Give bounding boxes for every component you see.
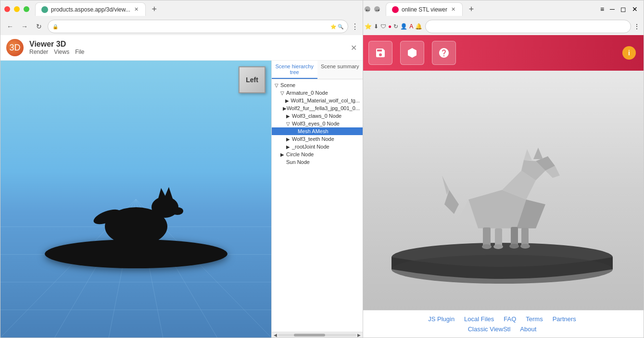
- active-tab[interactable]: products.aspose.app/3d/view... ✕: [35, 2, 146, 16]
- menu-render[interactable]: Render: [29, 49, 48, 55]
- forward-button[interactable]: →: [19, 21, 30, 32]
- right-forward-nav[interactable]: →: [374, 6, 380, 12]
- tree-node-circle[interactable]: ▶ Circle Node: [272, 150, 363, 158]
- svg-rect-36: [521, 228, 529, 246]
- right-back-nav[interactable]: ←: [365, 6, 370, 12]
- tree-label: Wolf3_teeth Node: [292, 136, 334, 142]
- tab-favicon: [41, 6, 48, 13]
- stl-save-button[interactable]: [368, 41, 392, 65]
- close-app-button[interactable]: ✕: [351, 43, 357, 52]
- window-controls: [4, 6, 29, 12]
- tree-arrow: ▽: [280, 90, 286, 96]
- box-icon: [406, 47, 418, 59]
- 3d-viewport[interactable]: Left: [0, 61, 271, 338]
- svg-rect-16: [126, 243, 132, 258]
- tree-node-wolf3-claws[interactable]: ▶ Wolf3_claws_0 Node: [272, 112, 363, 120]
- download-icon[interactable]: ⬇: [374, 23, 379, 30]
- tab-scene-hierarchy[interactable]: Scene hierarchy tree: [272, 61, 317, 79]
- bookmarks-icon[interactable]: ⭐: [365, 23, 372, 30]
- tree-node-armature[interactable]: ▽ Armature_0 Node: [272, 89, 363, 97]
- app-menu: Render Views File: [29, 49, 85, 55]
- new-tab-button[interactable]: +: [148, 2, 161, 16]
- svg-point-40: [520, 244, 530, 249]
- footer-link-js-plugin[interactable]: JS Plugin: [428, 315, 455, 323]
- right-tab-close-button[interactable]: ✕: [450, 6, 456, 13]
- tree-label: Circle Node: [286, 151, 314, 157]
- save-icon: [375, 47, 386, 59]
- tree-node-sun[interactable]: Sun Node: [272, 158, 363, 166]
- app-logo: 3D: [6, 39, 24, 56]
- right-tab-bar: ← → online STL viewer ✕ + ≡ ─ ◻ ✕: [361, 0, 644, 18]
- shield-icon[interactable]: 🛡: [380, 23, 386, 30]
- tree-node-wolf2[interactable]: ▶ Wolf2_fur__fella3_jpg_001_0...: [272, 104, 363, 112]
- minimize-window-btn[interactable]: [14, 6, 20, 12]
- scrollbar-thumb[interactable]: [294, 334, 325, 337]
- stl-model-button[interactable]: [400, 41, 424, 65]
- tree-label: Sun Node: [286, 159, 310, 165]
- scroll-right-arrow[interactable]: ▶: [356, 333, 362, 338]
- ext2-icon[interactable]: 🔔: [415, 23, 422, 30]
- right-active-tab[interactable]: online STL viewer ✕: [386, 2, 463, 16]
- tree-node-wolf1[interactable]: ▶ Wolf1_Material_wolf_col_tg...: [272, 97, 363, 104]
- right-menu-dots[interactable]: ⋮: [634, 23, 640, 30]
- right-url-input[interactable]: Search with Google or enter address: [425, 20, 631, 33]
- stl-info-button[interactable]: i: [622, 46, 636, 60]
- address-bar[interactable]: 🔒 https://products.aspose.app/3d/viewer?…: [48, 20, 348, 33]
- pocket-icon[interactable]: ●: [388, 23, 391, 30]
- restore-btn[interactable]: ◻: [619, 5, 628, 13]
- main-content: Left Scene hierarchy tree Scene summary …: [0, 61, 363, 338]
- left-browser-window: products.aspose.app/3d/view... ✕ + ← → ↻…: [0, 0, 363, 338]
- orientation-cube[interactable]: Left: [239, 66, 265, 93]
- help-icon: [438, 47, 450, 59]
- svg-point-37: [482, 244, 492, 249]
- close-window-btn[interactable]: [4, 6, 10, 12]
- sync-icon[interactable]: ↻: [393, 23, 398, 30]
- tree-node-mesh-amesh[interactable]: Mesh AMesh: [272, 127, 363, 135]
- menu-views[interactable]: Views: [54, 49, 69, 55]
- stl-header: i: [361, 35, 644, 71]
- tree-node-rootjoint[interactable]: ▶ _rootJoint Node: [272, 143, 363, 150]
- tab-close-button[interactable]: ✕: [133, 6, 139, 13]
- svg-point-21: [391, 255, 613, 284]
- scroll-left-arrow[interactable]: ◀: [273, 333, 278, 338]
- app-header: 3D Viewer 3D Render Views File ✕: [0, 35, 363, 61]
- footer-link-faq[interactable]: FAQ: [504, 315, 516, 323]
- tab-scene-summary[interactable]: Scene summary: [317, 61, 363, 79]
- tree-arrow: ▽: [275, 83, 280, 88]
- scene-scrollbar[interactable]: ◀ ▶: [272, 332, 363, 338]
- footer-link-about[interactable]: About: [520, 325, 536, 333]
- footer-link-partners[interactable]: Partners: [553, 315, 576, 323]
- stl-viewport[interactable]: [361, 71, 644, 310]
- right-tab-favicon: [392, 6, 399, 13]
- menu-file[interactable]: File: [75, 49, 84, 55]
- right-menu-btn[interactable]: ≡: [598, 5, 606, 13]
- browser-menu-button[interactable]: ⋮: [351, 22, 359, 31]
- footer-link-classic-viewstl[interactable]: Classic ViewStl: [468, 325, 511, 333]
- right-tab-label: online STL viewer: [402, 6, 447, 13]
- minimize-btn[interactable]: ─: [608, 5, 617, 13]
- right-toolbar-icons: ⭐ ⬇ 🛡 ● ↻ 👤 A 🔔: [365, 23, 422, 30]
- close-btn[interactable]: ✕: [630, 5, 640, 13]
- left-browser-chrome: products.aspose.app/3d/view... ✕ + ← → ↻…: [0, 0, 363, 35]
- footer-link-local-files[interactable]: Local Files: [464, 315, 494, 323]
- stl-footer: JS Plugin Local Files FAQ Terms Partners…: [361, 310, 644, 338]
- tree-node-scene[interactable]: ▽ Scene: [272, 81, 363, 89]
- url-input[interactable]: https://products.aspose.app/3d/viewer?se…: [48, 20, 348, 33]
- right-new-tab-button[interactable]: +: [465, 2, 478, 16]
- footer-link-terms[interactable]: Terms: [526, 315, 543, 323]
- profile-icon[interactable]: 👤: [400, 23, 407, 30]
- maximize-window-btn[interactable]: [24, 6, 29, 12]
- svg-point-39: [509, 244, 519, 249]
- tree-node-wolf3-eyes[interactable]: ▽ Wolf3_eyes_0 Node: [272, 120, 363, 127]
- tree-arrow: ▶: [286, 137, 292, 142]
- stl-help-button[interactable]: [432, 41, 456, 65]
- app-title: Viewer 3D: [29, 40, 85, 49]
- tree-arrow: ▽: [286, 121, 292, 126]
- reload-button[interactable]: ↻: [33, 21, 45, 32]
- right-address-bar-row: ⭐ ⬇ 🛡 ● ↻ 👤 A 🔔 Search with Google or en…: [361, 18, 644, 35]
- ext-icon[interactable]: A: [409, 23, 413, 30]
- wolf-silhouette: [83, 174, 189, 260]
- tree-node-wolf3-teeth[interactable]: ▶ Wolf3_teeth Node: [272, 135, 363, 143]
- back-button[interactable]: ←: [4, 21, 16, 32]
- scrollbar-track[interactable]: [278, 334, 356, 337]
